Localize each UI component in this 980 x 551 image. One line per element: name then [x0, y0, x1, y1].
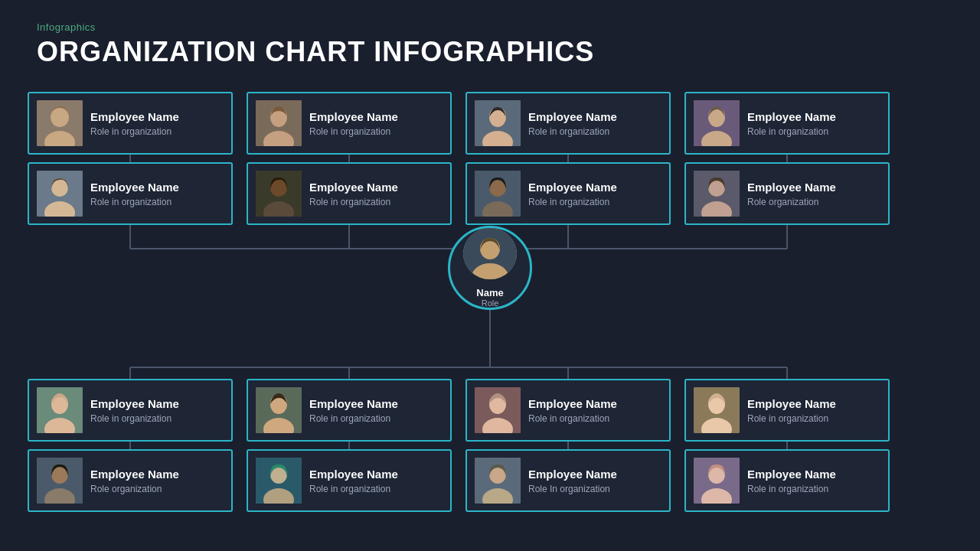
emp-info: Employee Name Role in organization	[747, 397, 880, 424]
emp-role: Role in organization	[528, 126, 662, 137]
emp-name: Employee Name	[747, 468, 880, 481]
emp-info: Employee Name Role in organization	[309, 181, 443, 207]
bot-col2-card1: Employee Name Role in organization	[466, 379, 671, 442]
emp-name: Employee Name	[747, 397, 880, 411]
avatar	[37, 171, 83, 217]
emp-name: Employee Name	[90, 397, 224, 411]
avatar	[37, 100, 83, 146]
top-col0-card1: Employee Name Role in organization	[28, 92, 233, 155]
top-col0-card2: Employee Name Role in organization	[28, 162, 233, 225]
emp-role: Role in organization	[528, 197, 662, 207]
bot-col2-card2: Employee Name Role In organization	[466, 449, 671, 512]
emp-info: Employee Name Role in organization	[528, 110, 662, 137]
emp-name: Employee Name	[528, 110, 662, 124]
emp-info: Employee Name Role organization	[90, 468, 224, 494]
emp-info: Employee Name Role in organization	[90, 397, 224, 424]
bot-col1-card2: Employee Name Role in organization	[247, 449, 452, 512]
emp-role: Role in organization	[747, 484, 880, 494]
emp-role: Role in organization	[747, 413, 880, 424]
center-name: Name	[476, 287, 503, 298]
bot-col3-card2: Employee Name Role in organization	[684, 449, 890, 512]
emp-info: Employee Name Role in organization	[528, 181, 662, 207]
bot-col3-card1: Employee Name Role in organization	[684, 379, 890, 442]
emp-role: Role In organization	[528, 484, 662, 494]
emp-name: Employee Name	[528, 181, 662, 194]
emp-info: Employee Name Role organization	[747, 181, 880, 207]
bot-col1-card1: Employee Name Role in organization	[247, 379, 452, 442]
emp-name: Employee Name	[309, 468, 443, 481]
avatar	[694, 100, 740, 146]
emp-name: Employee Name	[90, 468, 224, 481]
center-node: Name Role	[448, 226, 532, 310]
emp-role: Role in organization	[747, 126, 880, 137]
avatar	[256, 387, 302, 433]
emp-info: Employee Name Role in organization	[747, 110, 880, 137]
emp-name: Employee Name	[309, 397, 443, 411]
emp-role: Role in organization	[528, 413, 662, 424]
avatar	[37, 458, 83, 504]
emp-name: Employee Name	[747, 110, 880, 124]
header-title: ORGANIZATION CHART INFOGRAPHICS	[37, 36, 943, 68]
avatar	[475, 458, 521, 504]
center-role: Role	[482, 298, 499, 308]
emp-role: Role organization	[747, 197, 880, 207]
center-avatar	[463, 228, 517, 279]
avatar	[256, 171, 302, 217]
emp-role: Role in organization	[309, 197, 443, 207]
emp-name: Employee Name	[747, 181, 880, 194]
emp-role: Role in organization	[90, 413, 224, 424]
avatar	[475, 100, 521, 146]
top-col3-card2: Employee Name Role organization	[684, 162, 890, 225]
emp-info: Employee Name Role in organization	[528, 397, 662, 424]
emp-role: Role in organization	[309, 413, 443, 424]
emp-info: Employee Name Role In organization	[528, 468, 662, 494]
avatar	[256, 100, 302, 146]
emp-info: Employee Name Role in organization	[90, 181, 224, 207]
emp-role: Role in organization	[90, 197, 224, 207]
top-col2-card2: Employee Name Role in organization	[466, 162, 671, 225]
avatar	[256, 458, 302, 504]
emp-name: Employee Name	[309, 181, 443, 194]
top-col1-card1: Employee Name Role in organization	[247, 92, 452, 155]
avatar	[475, 387, 521, 433]
emp-name: Employee Name	[90, 110, 224, 124]
bot-col0-card1: Employee Name Role in organization	[28, 379, 233, 442]
emp-info: Employee Name Role in organization	[309, 397, 443, 424]
header-subtitle: Infographics	[37, 21, 943, 33]
emp-info: Employee Name Role in organization	[309, 110, 443, 137]
emp-name: Employee Name	[90, 181, 224, 194]
emp-name: Employee Name	[528, 397, 662, 411]
avatar	[475, 171, 521, 217]
top-col1-card2: Employee Name Role in organization	[247, 162, 452, 225]
avatar	[694, 387, 740, 433]
avatar	[694, 171, 740, 217]
emp-role: Role organization	[90, 484, 224, 494]
avatar	[37, 387, 83, 433]
emp-info: Employee Name Role in organization	[90, 110, 224, 137]
bot-col0-card2: Employee Name Role organization	[28, 449, 233, 512]
emp-name: Employee Name	[309, 110, 443, 124]
emp-role: Role in organization	[309, 484, 443, 494]
top-col2-card1: Employee Name Role in organization	[466, 92, 671, 155]
emp-role: Role in organization	[309, 126, 443, 137]
emp-info: Employee Name Role in organization	[747, 468, 880, 494]
chart-area: Employee Name Role in organization Emplo…	[0, 84, 980, 551]
emp-info: Employee Name Role in organization	[309, 468, 443, 494]
emp-name: Employee Name	[528, 468, 662, 481]
svg-point-45	[480, 238, 500, 259]
top-col3-card1: Employee Name Role in organization	[684, 92, 890, 155]
avatar	[694, 458, 740, 504]
emp-role: Role in organization	[90, 126, 224, 137]
page-header: Infographics ORGANIZATION CHART INFOGRAP…	[0, 0, 980, 76]
